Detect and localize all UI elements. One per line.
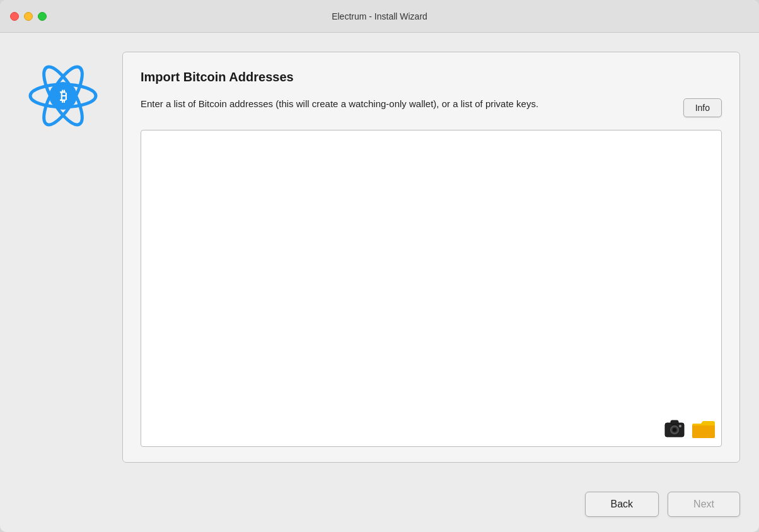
- panel-title: Import Bitcoin Addresses: [141, 70, 722, 84]
- traffic-lights: [10, 12, 47, 21]
- camera-icon[interactable]: [663, 417, 687, 441]
- app-window: Electrum - Install Wizard ₿ Import Bitco…: [0, 0, 759, 532]
- svg-point-9: [673, 428, 676, 432]
- electrum-logo: ₿: [25, 58, 101, 134]
- next-button[interactable]: Next: [668, 492, 740, 517]
- maximize-button[interactable]: [38, 12, 47, 21]
- svg-rect-12: [692, 425, 715, 438]
- minimize-button[interactable]: [24, 12, 33, 21]
- textarea-container: [141, 130, 722, 447]
- back-button[interactable]: Back: [585, 492, 659, 517]
- svg-point-10: [679, 425, 681, 427]
- info-button[interactable]: Info: [683, 98, 722, 117]
- window-title: Electrum - Install Wizard: [332, 11, 427, 21]
- footer-buttons: Back Next: [0, 482, 759, 532]
- title-bar: Electrum - Install Wizard: [0, 0, 759, 33]
- main-panel: Import Bitcoin Addresses Enter a list of…: [122, 52, 740, 463]
- content-area: ₿ Import Bitcoin Addresses Enter a list …: [0, 33, 759, 482]
- folder-icon[interactable]: [692, 417, 716, 441]
- textarea-icons: [663, 417, 716, 441]
- description-text: Enter a list of Bitcoin addresses (this …: [141, 97, 673, 112]
- description-row: Enter a list of Bitcoin addresses (this …: [141, 97, 722, 117]
- addresses-textarea[interactable]: [141, 130, 722, 447]
- logo-section: ₿: [19, 52, 107, 463]
- close-button[interactable]: [10, 12, 19, 21]
- svg-rect-6: [671, 420, 678, 424]
- svg-text:₿: ₿: [60, 88, 67, 104]
